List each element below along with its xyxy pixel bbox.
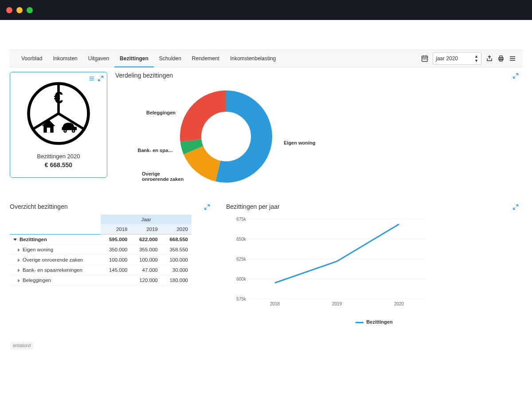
table-row[interactable]: Bank- en spaarrekeningen145.00047.00030.… [10,265,192,275]
tab-bezittingen[interactable]: Bezittingen [114,50,154,67]
table-year-col: 2018 [101,224,131,235]
donut-label-bank: Bank- en spa… [133,148,173,153]
chevron-right-icon[interactable] [18,279,20,282]
cell-value: 100.000 [161,255,192,265]
donut-title: Verdeling bezittingen [115,72,522,79]
close-window-dot[interactable] [6,7,12,13]
tab-schulden[interactable]: Schulden [154,50,187,67]
chevron-right-icon[interactable] [18,248,20,252]
toolbar: VoorbladInkomstenUitgavenBezittingenSchu… [10,50,522,67]
chevron-right-icon[interactable] [18,269,20,272]
row-label: Beleggingen [23,278,51,283]
table-row[interactable]: Beleggingen120.000180.000 [10,275,192,286]
svg-text:€: € [54,88,63,107]
line-title: Bezittingen per jaar [226,203,522,210]
tab-voorblad[interactable]: Voorblad [16,50,47,67]
tab-inkomstenbelasting[interactable]: Inkomstenbelasting [225,50,281,67]
donut-panel: Verdeling bezittingen Beleggingen Bank- … [115,72,522,190]
print-icon[interactable] [497,55,505,62]
table-row[interactable]: Eigen woning350.000355.000358.550 [10,245,192,255]
card-value: € 668.550 [16,161,102,168]
donut-label-overige: Overige onroerende zaken [142,171,191,182]
calendar-icon[interactable] [421,55,428,62]
cell-value: 100.000 [131,255,161,265]
svg-text:2019: 2019 [332,301,342,306]
donut-label-eigen: Eigen woning [284,140,316,145]
card-label: Bezittingen 2020 [16,153,102,160]
legend-swatch [356,322,364,323]
cell-value: 358.550 [161,245,192,255]
svg-text:2018: 2018 [270,301,280,306]
cell-value [101,275,131,286]
chevron-right-icon[interactable] [18,258,20,262]
zoom-window-dot[interactable] [27,7,33,13]
expand-icon[interactable] [204,204,210,211]
overview-title: Overzicht bezittingen [10,203,214,210]
table-row[interactable]: Bezittingen595.000622.000668.550 [10,235,192,245]
cell-value: 47.000 [131,265,161,275]
svg-rect-6 [426,59,427,59]
table-year-col: 2020 [161,224,192,235]
svg-text:675k: 675k [236,217,246,222]
svg-point-25 [73,130,74,132]
svg-text:625k: 625k [236,257,246,262]
cell-value: 100.000 [101,255,131,265]
cell-value: 350.000 [101,245,131,255]
cell-value: 145.000 [101,265,131,275]
tab-uitgaven[interactable]: Uitgaven [83,50,114,67]
donut-label-beleggingen: Beleggingen [146,110,173,115]
cell-value: 595.000 [101,235,131,245]
svg-rect-5 [424,59,425,59]
svg-text:600k: 600k [236,277,246,282]
row-label: Eigen woning [23,247,53,252]
list-icon[interactable] [88,75,95,82]
svg-rect-8 [500,56,502,58]
minimize-window-dot[interactable] [16,7,23,13]
cell-value: 30.000 [161,265,192,275]
cell-value: 180.000 [161,275,192,286]
cell-value: 120.000 [131,275,161,286]
svg-text:575k: 575k [236,297,246,301]
row-label: Bank- en spaarrekeningen [23,267,82,273]
tab-rendement[interactable]: Rendement [187,50,225,67]
svg-rect-21 [47,128,51,133]
window-titlebar [0,0,532,20]
line-chart: 675k 650k 625k 600k 575k 2018 2019 2020 [226,215,430,308]
tab-inkomsten[interactable]: Inkomsten [47,50,82,67]
expand-icon[interactable] [512,204,519,211]
cell-value: 355.000 [131,245,161,255]
svg-rect-4 [423,59,424,59]
line-panel: Bezittingen per jaar 675k 65 [226,203,522,325]
svg-point-23 [65,130,66,132]
year-select[interactable]: jaar 2020 ▲▼ [433,52,481,65]
menu-icon[interactable] [509,55,516,62]
cell-value: 668.550 [161,235,192,245]
table-group-header: Jaar [101,215,192,224]
overview-panel: Overzicht bezittingen Jaar 2018 2019 202… [10,203,214,286]
footer-tag: entation# [11,342,33,349]
year-select-value: jaar 2020 [436,55,458,62]
svg-text:650k: 650k [236,237,246,242]
assets-pie-icon: € [16,80,102,147]
expand-icon[interactable] [97,75,104,82]
row-label: Bezittingen [20,237,47,242]
overview-table: Jaar 2018 2019 2020 Bezittingen595.00062… [10,215,192,286]
line-legend: Bezittingen [226,319,522,325]
share-icon[interactable] [486,55,493,62]
tab-bar: VoorbladInkomstenUitgavenBezittingenSchu… [16,50,281,67]
row-label: Overige onroerende zaken [23,257,83,262]
svg-text:2020: 2020 [394,301,404,306]
table-year-col: 2019 [131,224,161,235]
expand-icon[interactable] [512,73,519,80]
table-row[interactable]: Overige onroerende zaken100.000100.00010… [10,255,192,265]
cell-value: 622.000 [131,235,161,245]
summary-card: € Bezittingen 2020 € 668.550 [10,72,107,178]
chevron-down-icon[interactable] [13,239,17,241]
